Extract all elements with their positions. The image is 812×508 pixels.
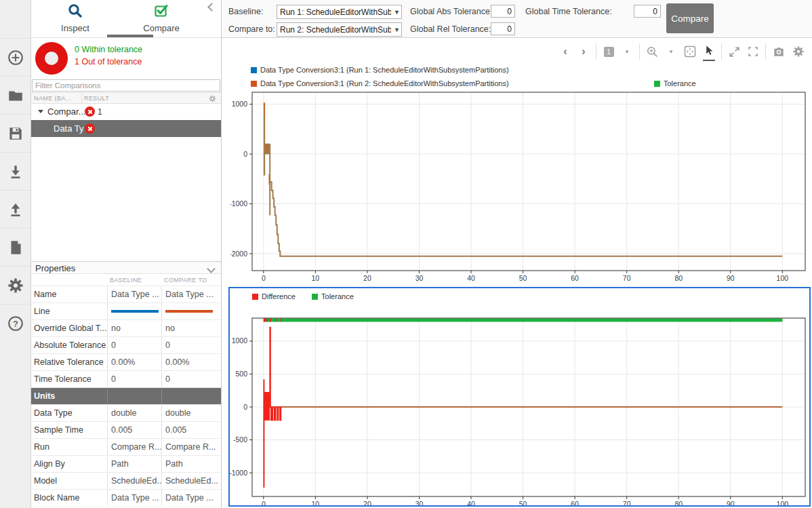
filter-comparisons-input[interactable] <box>32 79 220 92</box>
zoom-caret-icon[interactable]: ▼ <box>665 43 677 60</box>
collapse-properties-button[interactable] <box>208 265 214 274</box>
view-tabs: Inspect Compare <box>31 0 221 38</box>
export-button[interactable] <box>0 190 31 229</box>
help-button[interactable]: ? <box>0 304 31 343</box>
svg-text:20: 20 <box>363 500 371 505</box>
svg-text:0: 0 <box>262 274 266 282</box>
zoom-in-magnifier-icon <box>646 45 659 58</box>
layout-caret-icon[interactable]: ▼ <box>621 43 633 60</box>
difference-plot[interactable]: 010203040506070809010010005000-500-1000 <box>230 288 809 505</box>
tolerance-donut <box>35 42 68 75</box>
svg-text:90: 90 <box>727 274 735 282</box>
svg-text:80: 80 <box>674 500 683 505</box>
collapse-panel-button[interactable] <box>209 3 217 11</box>
comparison-signal-row-selected[interactable]: Data Ty <box>31 120 221 137</box>
toolbar-divider <box>765 43 766 60</box>
next-arrow-icon[interactable]: › <box>577 43 590 60</box>
signals-legend-tolerance: Tolerance <box>654 79 696 87</box>
comparison-group-row[interactable]: Compar... 1 <box>31 104 221 120</box>
plot-settings-button[interactable] <box>792 43 805 60</box>
expand-button[interactable] <box>728 43 741 60</box>
property-compare-value: 0.00% <box>161 354 218 370</box>
preferences-button[interactable] <box>0 266 31 305</box>
svg-text:40: 40 <box>467 500 475 505</box>
run2-legend-label: Data Type Conversion3:1 (Run 2: Schedule… <box>260 79 509 87</box>
chevron-left-icon <box>207 3 216 12</box>
plot-area: Baseline: Run 1: ScheduleEditorWithSubsy… <box>222 0 812 508</box>
table-settings-gear-icon[interactable] <box>208 94 217 103</box>
property-baseline-value: ScheduleEd... <box>107 473 161 489</box>
run2-legend-swatch-icon <box>251 81 257 87</box>
property-compare-value <box>161 303 218 319</box>
tolerance-donut-hole <box>45 52 58 65</box>
tolerance-legend-label: Tolerance <box>664 79 696 87</box>
property-compare-value: Path <box>161 456 218 472</box>
svg-text:40: 40 <box>467 274 475 282</box>
compare-button[interactable]: Compare <box>666 3 714 33</box>
previous-arrow-icon[interactable]: ‹ <box>559 43 571 60</box>
property-label: Data Type <box>31 405 107 421</box>
tab-compare-label: Compare <box>129 23 194 33</box>
property-row: NameData Type ...Data Type ... <box>31 286 221 302</box>
compare-check-icon <box>153 3 169 19</box>
subplot-layout-1-icon: 1 <box>604 47 614 57</box>
chevron-down-icon <box>207 265 216 273</box>
toolbar-divider <box>639 43 640 60</box>
import-button[interactable] <box>0 152 31 191</box>
property-label: Name <box>31 286 107 302</box>
signals-legend-run1: Data Type Conversion3:1 (Run 1: Schedule… <box>251 66 509 74</box>
property-compare-value: 0.005 <box>161 422 218 438</box>
difference-subplot-selected[interactable]: Difference Tolerance 0102030405060708090… <box>228 287 811 507</box>
run1-legend-label: Data Type Conversion3:1 (Run 1: Schedule… <box>260 66 509 74</box>
svg-text:?: ? <box>13 319 18 329</box>
property-label: Time Tolerance <box>31 371 107 387</box>
property-label: Relative Tolerance <box>31 354 107 370</box>
svg-text:0: 0 <box>243 403 247 411</box>
svg-text:70: 70 <box>623 274 631 282</box>
baseline-run-value: Run 1: ScheduleEditorWithSubsys <box>280 7 391 17</box>
zoom-in-button[interactable] <box>646 43 659 60</box>
tab-inspect[interactable]: Inspect <box>43 3 108 33</box>
chart-toolbar: ‹ › 1 ▼ ▼ <box>559 39 805 64</box>
compare-to-run-dropdown[interactable]: Run 2: ScheduleEditorWithSubsys ▼ <box>277 22 402 37</box>
pointer-tool-button[interactable] <box>703 42 715 61</box>
svg-text:-500: -500 <box>233 435 247 444</box>
simulation-data-inspector-window: ? Inspect Compare 0 Within tolerance 1 O… <box>0 0 812 508</box>
maximize-button[interactable] <box>747 43 759 60</box>
subplot-layout-button[interactable]: 1 <box>603 43 615 60</box>
pointer-arrow-icon <box>704 45 715 56</box>
global-rel-tolerance-label: Global Rel Tolerance: <box>410 24 491 34</box>
expand-caret-icon[interactable] <box>38 110 43 113</box>
svg-text:-1000: -1000 <box>230 469 247 477</box>
save-button[interactable] <box>0 114 31 153</box>
report-button[interactable] <box>0 228 31 267</box>
open-button[interactable] <box>0 76 31 115</box>
global-rel-tolerance-input[interactable] <box>491 22 515 35</box>
svg-text:60: 60 <box>571 274 579 282</box>
column-name-header: NAME (BA... <box>34 95 71 102</box>
expand-diagonal-arrows-icon <box>728 45 741 58</box>
global-abs-tolerance-input[interactable] <box>491 5 515 18</box>
baseline-column-header: BASELINE <box>110 277 142 284</box>
toolbar-divider <box>721 43 722 60</box>
property-row: ModelScheduleEd...ScheduleEd... <box>31 472 221 489</box>
property-row: Line <box>31 302 221 319</box>
inspect-magnifier-icon <box>67 3 83 19</box>
property-row: Time Tolerance00 <box>31 370 221 387</box>
dropdown-caret-icon: ▼ <box>394 26 400 33</box>
property-compare-value <box>161 388 218 404</box>
baseline-run-dropdown[interactable]: Run 1: ScheduleEditorWithSubsys ▼ <box>277 5 402 19</box>
tab-compare[interactable]: Compare <box>129 3 194 33</box>
add-button[interactable] <box>0 38 31 77</box>
out-of-tolerance-badge-icon <box>85 123 95 134</box>
property-label: Override Global T... <box>31 320 107 336</box>
global-time-tolerance-input[interactable] <box>634 5 661 18</box>
fit-to-view-button[interactable] <box>683 43 697 60</box>
svg-text:10: 10 <box>312 274 320 282</box>
property-label: Line <box>31 303 107 319</box>
signals-plot[interactable]: 010203040506070809010010000-1000-2000 <box>230 88 812 284</box>
snapshot-button[interactable] <box>772 43 786 60</box>
tab-inspect-label: Inspect <box>43 23 108 33</box>
property-baseline-value: no <box>107 320 161 336</box>
property-row: Relative Tolerance0.00%0.00% <box>31 353 221 370</box>
